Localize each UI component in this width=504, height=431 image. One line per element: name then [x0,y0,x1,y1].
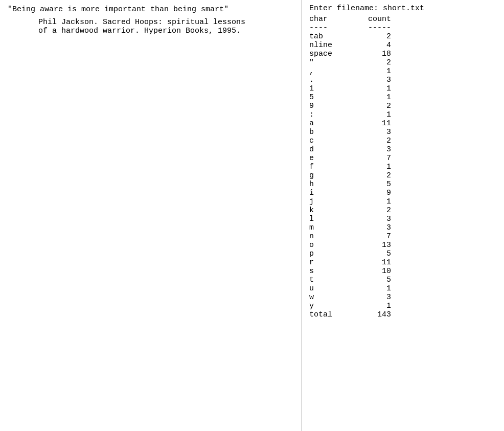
char-count-table: char count ---- ----- tab2nline4space18"… [309,15,496,319]
char-cell: y [309,302,350,310]
prompt-line: Enter filename: short.txt [309,4,496,13]
count-cell: 1 [350,197,391,206]
char-cell: p [309,249,350,258]
table-row: r11 [309,258,496,267]
count-cell: 3 [350,293,391,302]
count-cell: 5 [350,180,391,189]
table-row: 51 [309,93,496,102]
char-cell: space [309,50,350,58]
count-cell: 2 [350,137,391,145]
char-cell: tab [309,32,350,41]
count-cell: 1 [350,84,391,93]
count-cell: 1 [350,67,391,76]
count-cell: 2 [350,32,391,41]
char-cell: c [309,137,350,145]
table-row: space18 [309,50,496,58]
count-cell: 2 [350,206,391,215]
count-cell: 4 [350,41,391,50]
count-cell: 2 [350,171,391,180]
char-cell: f [309,163,350,171]
count-cell: 3 [350,223,391,232]
table-row: h5 [309,180,496,189]
table-row: 11 [309,84,496,93]
table-row: t5 [309,276,496,284]
table-row: ,1 [309,67,496,76]
char-cell: total [309,310,350,319]
table-row: o13 [309,241,496,249]
count-cell: 1 [350,163,391,171]
table-row: s10 [309,267,496,276]
attribution-line1: Phil Jackson. Sacred Hoops: spiritual le… [38,18,293,27]
table-row: a11 [309,119,496,128]
char-cell: o [309,241,350,249]
table-row: "2 [309,58,496,67]
table-row: nline4 [309,41,496,50]
count-cell: 143 [350,310,391,319]
count-cell: 18 [350,50,391,58]
table-row: b3 [309,128,496,137]
table-row: m3 [309,223,496,232]
table-row: u1 [309,284,496,293]
char-cell: i [309,189,350,197]
char-cell: t [309,276,350,284]
header-char: char [309,15,350,24]
quote-text: "Being aware is more important than bein… [8,5,293,14]
count-cell: 3 [350,215,391,223]
table-divider-row: ---- ----- [309,24,496,32]
count-cell: 1 [350,93,391,102]
char-cell: a [309,119,350,128]
char-cell: s [309,267,350,276]
table-row: k2 [309,206,496,215]
char-cell: 1 [309,84,350,93]
char-cell: nline [309,41,350,50]
char-cell: . [309,76,350,84]
char-cell: n [309,232,350,241]
count-cell: 1 [350,284,391,293]
divider-char: ---- [309,24,350,32]
count-cell: 7 [350,232,391,241]
header-count: count [350,15,391,24]
attribution-line2: of a hardwood warrior. Hyperion Books, 1… [38,27,293,35]
table-row: y1 [309,302,496,310]
char-cell: e [309,154,350,163]
count-cell: 5 [350,276,391,284]
char-cell: l [309,215,350,223]
count-cell: 3 [350,76,391,84]
table-row: i9 [309,189,496,197]
count-cell: 11 [350,119,391,128]
char-cell: g [309,171,350,180]
table-row: f1 [309,163,496,171]
table-row: :1 [309,110,496,119]
char-cell: h [309,180,350,189]
char-cell: , [309,67,350,76]
count-cell: 7 [350,154,391,163]
count-cell: 1 [350,302,391,310]
left-panel: "Being aware is more important than bein… [0,0,302,431]
table-row: c2 [309,137,496,145]
char-cell: j [309,197,350,206]
count-cell: 13 [350,241,391,249]
char-cell: b [309,128,350,137]
count-cell: 1 [350,110,391,119]
table-row: n7 [309,232,496,241]
table-row: d3 [309,145,496,154]
char-cell: 9 [309,102,350,110]
char-cell: : [309,110,350,119]
char-cell: " [309,58,350,67]
table-row: total143 [309,310,496,319]
char-cell: r [309,258,350,267]
char-cell: u [309,284,350,293]
divider-count: ----- [350,24,391,32]
count-cell: 10 [350,267,391,276]
count-cell: 5 [350,249,391,258]
char-cell: m [309,223,350,232]
char-cell: k [309,206,350,215]
char-cell: d [309,145,350,154]
count-cell: 3 [350,128,391,137]
count-cell: 11 [350,258,391,267]
char-cell: w [309,293,350,302]
table-row: .3 [309,76,496,84]
table-row: j1 [309,197,496,206]
table-row: g2 [309,171,496,180]
count-cell: 2 [350,58,391,67]
